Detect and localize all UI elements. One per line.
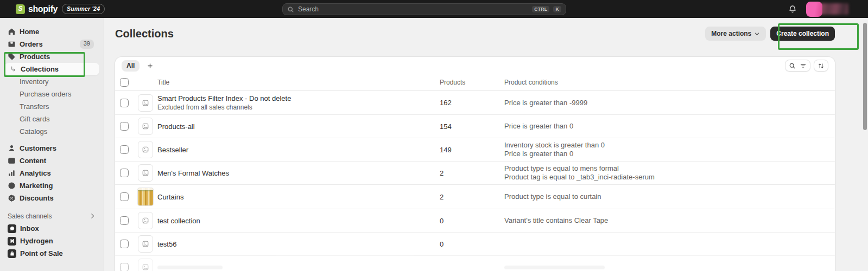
table-row-smart-products-filter-index-do-not-delete[interactable]: Smart Products Filter Index - Do not del… (115, 91, 835, 114)
plus-icon (147, 62, 154, 69)
tab-all[interactable]: All (122, 60, 140, 72)
collection-thumbnail-placeholder (138, 212, 153, 229)
search-input[interactable]: Search CTRL K (282, 3, 566, 15)
sidebar-item-label: Content (20, 157, 46, 165)
sidebar-item-home[interactable]: Home (4, 25, 99, 38)
row-checkbox[interactable] (120, 169, 129, 177)
sidebar-item-inventory[interactable]: Inventory (4, 75, 99, 88)
table-row-curtains[interactable]: Curtains2Product type is equal to curtai… (115, 184, 835, 209)
sidebar-item-products[interactable]: Products (4, 50, 99, 63)
products-count: 2 (440, 169, 504, 177)
collection-title-link[interactable]: Curtains (157, 193, 440, 201)
elbow-arrow-icon (10, 66, 17, 73)
main-content: Collections More actions Create collecti… (104, 18, 868, 271)
sidebar-item-label: Collections (21, 65, 59, 73)
sidebar-item-inbox[interactable]: Inbox (4, 222, 99, 235)
add-view-button[interactable] (144, 60, 156, 72)
collection-thumbnail-placeholder (138, 235, 153, 253)
row-checkbox[interactable] (120, 192, 129, 201)
sidebar-item-label: Orders (20, 40, 43, 48)
sidebar-item-orders[interactable]: Orders39 (4, 38, 99, 50)
chevron-right-icon (89, 212, 96, 220)
sidebar-item-customers[interactable]: Customers (4, 142, 99, 154)
discounts-icon (8, 194, 16, 202)
shopify-logo[interactable]: S shopify (16, 4, 58, 14)
collection-thumbnail-placeholder (138, 118, 153, 135)
collection-subtitle: Excluded from all sales channels (157, 104, 440, 111)
collection-title-link[interactable]: Bestseller (157, 146, 440, 154)
sidebar-item-label: Transfers (20, 102, 49, 111)
sidebar-item-gift-cards[interactable]: Gift cards (4, 113, 99, 125)
sales-channels-header[interactable]: Sales channels (4, 210, 99, 222)
sidebar-item-point-of-sale[interactable]: Point of Sale (4, 247, 99, 260)
vertical-scrollbar[interactable] (863, 23, 867, 130)
sidebar-item-label: Inbox (20, 224, 39, 233)
sidebar-item-label: Discounts (20, 194, 54, 202)
search-and-filter-button[interactable] (785, 60, 810, 72)
product-conditions: Product type is equal to mens formalProd… (504, 164, 835, 182)
orders-count-badge: 39 (80, 40, 94, 48)
marketing-icon (8, 182, 16, 190)
sidebar-item-collections[interactable]: Collections (4, 63, 99, 75)
sidebar-item-marketing[interactable]: Marketing (4, 179, 99, 192)
kbd-ctrl: CTRL (532, 6, 549, 13)
notifications-button[interactable] (786, 3, 799, 16)
collection-title-link[interactable]: Smart Products Filter Index - Do not del… (157, 94, 440, 102)
sidebar-item-transfers[interactable]: Transfers (4, 100, 99, 113)
account-menu[interactable] (806, 2, 848, 17)
row-checkbox[interactable] (120, 263, 129, 271)
table-row-bestseller[interactable]: Bestseller149Inventory stock is greater … (115, 138, 835, 161)
table-row-test56[interactable]: test560 (115, 232, 835, 255)
column-header-conditions[interactable]: Product conditions (504, 79, 835, 86)
products-count: 0 (440, 240, 504, 248)
row-checkbox[interactable] (120, 216, 129, 225)
collection-title-link[interactable]: test collection (157, 217, 440, 225)
hydrogen-app-icon (8, 237, 16, 246)
column-header-products[interactable]: Products (440, 79, 504, 86)
table-row-products-all[interactable]: Products-all154Price is greater than 0 (115, 114, 835, 138)
collection-thumbnail-placeholder (138, 141, 153, 158)
faint-text (504, 266, 605, 269)
search-icon (287, 6, 294, 13)
sidebar-item-label: Analytics (20, 169, 51, 177)
topbar: S shopify Summer '24 Search CTRL K (0, 0, 868, 18)
collection-title-link[interactable]: test56 (157, 240, 440, 248)
sidebar-item-analytics[interactable]: Analytics (4, 167, 99, 179)
sidebar-item-hydrogen[interactable]: Hydrogen (4, 235, 99, 247)
sidebar-item-label: Products (20, 53, 50, 61)
select-all-checkbox[interactable] (120, 78, 129, 87)
sidebar-item-content[interactable]: Content (4, 154, 99, 167)
customers-icon (8, 144, 16, 152)
products-count: 0 (440, 217, 504, 225)
faint-text (157, 266, 223, 269)
collection-thumbnail-placeholder (138, 259, 153, 271)
sort-button[interactable] (814, 60, 828, 72)
row-checkbox[interactable] (120, 145, 129, 154)
collection-thumbnail-placeholder (138, 94, 153, 112)
sidebar-item-label: Purchase orders (20, 90, 71, 98)
product-conditions: Inventory stock is greater than 0Price i… (504, 141, 835, 158)
row-checkbox[interactable] (120, 122, 129, 131)
sidebar-item-label: Catalogs (20, 127, 47, 136)
product-conditions: Price is greater than 0 (504, 122, 835, 131)
sort-icon (818, 62, 825, 69)
sidebar-item-label: Hydrogen (20, 237, 53, 245)
table-row-test-collection[interactable]: test collection0Variant's title contains… (115, 209, 835, 232)
row-checkbox[interactable] (120, 99, 129, 107)
table-row-men-s-formal-watches[interactable]: Men's Formal Watches2Product type is equ… (115, 161, 835, 184)
collection-title-link[interactable]: Men's Formal Watches (157, 169, 440, 177)
sidebar-item-catalogs[interactable]: Catalogs (4, 125, 99, 138)
shopify-wordmark: shopify (28, 4, 58, 14)
sidebar-item-label: Home (20, 28, 39, 36)
more-actions-button[interactable]: More actions (705, 27, 766, 41)
sidebar-item-purchase-orders[interactable]: Purchase orders (4, 88, 99, 100)
row-checkbox[interactable] (120, 240, 129, 248)
collection-title-link[interactable]: Products-all (157, 122, 440, 131)
products-count: 149 (440, 146, 504, 154)
home-icon (8, 28, 16, 36)
create-collection-button[interactable]: Create collection (770, 27, 835, 41)
column-header-title[interactable]: Title (157, 79, 440, 86)
version-badge: Summer '24 (62, 4, 105, 14)
sidebar-item-discounts[interactable]: Discounts (4, 192, 99, 204)
table-row-partial[interactable] (115, 255, 835, 271)
